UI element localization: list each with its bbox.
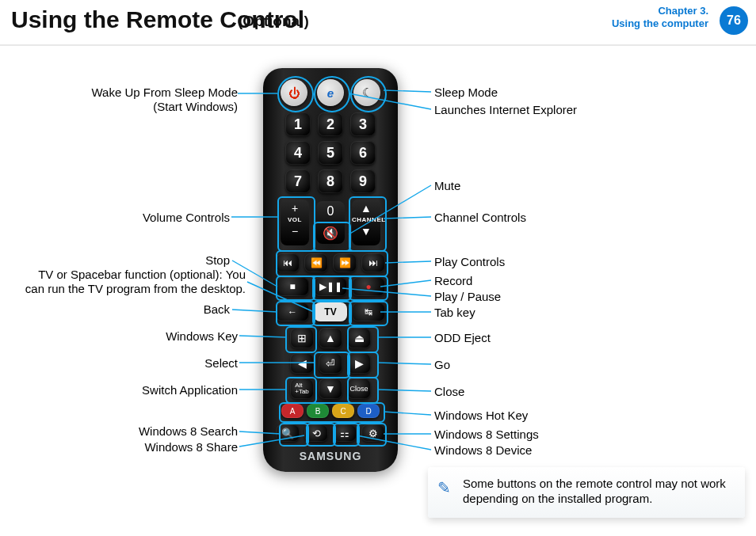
prev-track-button: ⏮ xyxy=(276,253,300,272)
mute-zero-button: 0 🔇 xyxy=(316,201,345,244)
page-header: Using the Remote Control (Optional) Chap… xyxy=(0,0,756,46)
num-4: 4 xyxy=(285,141,311,165)
label-sleep: Sleep Mode xyxy=(434,86,498,99)
label-oddeject: ODD Eject xyxy=(434,331,491,344)
label-mute: Mute xyxy=(434,179,460,192)
num-5: 5 xyxy=(318,141,343,165)
label-switchapp: Switch Application xyxy=(119,383,238,397)
label-playctrl: Play Controls xyxy=(434,255,505,268)
num-3: 3 xyxy=(350,112,376,136)
hotkey-c: C xyxy=(332,404,354,418)
brand-logo: SAMSUNG xyxy=(263,450,398,462)
label-stop: Stop xyxy=(190,253,230,267)
chapter-line2: Using the computer xyxy=(612,17,708,30)
label-w8device: Windows 8 Device xyxy=(434,443,532,457)
num-9: 9 xyxy=(350,169,376,193)
win8-search-button: 🔍 xyxy=(276,424,300,442)
num-2: 2 xyxy=(318,112,343,136)
volume-down-icon: − xyxy=(281,225,309,238)
record-button: ● xyxy=(352,277,385,296)
label-channel: Channel Controls xyxy=(434,211,526,224)
num-1: 1 xyxy=(285,112,311,136)
stop-button: ■ xyxy=(276,277,309,296)
channel-label: CHANNEL xyxy=(352,215,380,225)
nav-up-button: ▲ xyxy=(319,328,342,348)
remote-control: ⏻ e ☾ 1 2 3 4 5 6 7 8 9 + VOL − 0 🔇 ▲ CH… xyxy=(263,68,398,472)
hotkey-a: A xyxy=(281,404,304,418)
win8-settings-button: ⚙ xyxy=(361,424,385,442)
page-subtitle: (Optional) xyxy=(238,13,309,30)
volume-label: VOL xyxy=(281,215,309,225)
fast-forward-button: ⏩ xyxy=(333,253,357,272)
zero-label: 0 xyxy=(327,204,334,219)
page-number-badge: 76 xyxy=(720,6,748,35)
tab-button: ↹ xyxy=(352,302,385,321)
label-winkey: Windows Key xyxy=(127,329,238,343)
tv-button: TV xyxy=(314,302,347,321)
num-8: 8 xyxy=(318,169,343,193)
nav-down-button: ▼ xyxy=(319,378,342,399)
label-tabkey: Tab key xyxy=(434,306,475,319)
num-7: 7 xyxy=(285,169,311,193)
nav-left-button: ◀ xyxy=(290,353,314,374)
eject-button: ⏏ xyxy=(347,328,371,348)
internet-explorer-button: e xyxy=(317,79,344,106)
label-record: Record xyxy=(434,274,472,287)
label-back: Back xyxy=(190,302,230,316)
back-button: ← xyxy=(276,302,309,321)
chapter-label: Chapter 3. Using the computer xyxy=(612,5,708,29)
label-w8share: Windows 8 Share xyxy=(111,440,238,454)
play-pause-button: ▶❚❚ xyxy=(314,277,347,296)
next-track-button: ⏭ xyxy=(361,253,385,272)
win8-device-button: ⚏ xyxy=(333,424,357,442)
num-6: 6 xyxy=(350,141,376,165)
label-w8search: Windows 8 Search xyxy=(111,424,238,438)
chapter-line1: Chapter 3. xyxy=(612,5,708,17)
mute-icon: 🔇 xyxy=(323,226,338,241)
label-tv: TV or Spacebar function (optional): You … xyxy=(8,268,246,296)
label-close: Close xyxy=(434,385,464,398)
label-playpause: Play / Pause xyxy=(434,290,501,303)
close-button: Close xyxy=(347,378,371,399)
hotkey-b: B xyxy=(307,404,329,418)
select-button: ⏎ xyxy=(319,353,342,374)
label-w8settings: Windows 8 Settings xyxy=(434,428,539,441)
channel-down-icon: ▼ xyxy=(352,225,380,238)
alt-tab-button: Alt +Tab xyxy=(290,378,314,399)
label-select: Select xyxy=(182,356,238,370)
channel-rocker: ▲ CHANNEL ▼ xyxy=(352,200,380,245)
label-wake: Wake Up From Sleep Mode (Start Windows) xyxy=(32,86,238,114)
label-hotkey: Windows Hot Key xyxy=(434,409,528,422)
channel-up-icon: ▲ xyxy=(352,200,380,215)
volume-rocker: + VOL − xyxy=(281,200,309,245)
hotkey-d: D xyxy=(357,404,380,418)
rewind-button: ⏪ xyxy=(304,253,328,272)
sleep-button: ☾ xyxy=(353,79,380,106)
label-ie: Launches Internet Explorer xyxy=(434,103,577,116)
windows-key-button: ⊞ xyxy=(290,328,314,348)
label-go: Go xyxy=(434,358,450,371)
footnote: Some buttons on the remote control may n… xyxy=(428,467,745,518)
win8-share-button: ⟲ xyxy=(304,424,328,442)
label-volume: Volume Controls xyxy=(79,211,230,224)
nav-right-button: ▶ xyxy=(347,353,371,374)
volume-up-icon: + xyxy=(281,200,309,215)
power-button: ⏻ xyxy=(281,79,307,106)
